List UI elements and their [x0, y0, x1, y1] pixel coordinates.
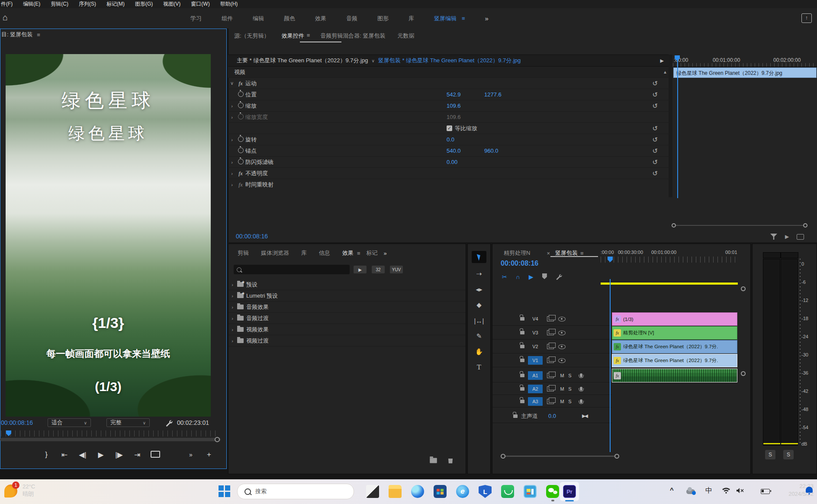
solo-button[interactable]: S [566, 373, 574, 378]
workspace-tab-color[interactable]: 颜色 [284, 15, 295, 22]
lock-icon[interactable] [520, 374, 524, 377]
effect-time-remap-row[interactable]: › fx 时间重映射 [228, 179, 670, 190]
effect-controls-hscroll[interactable] [673, 225, 806, 226]
solo-button[interactable]: S [566, 399, 574, 404]
panel-menu-icon[interactable]: ≡ [580, 250, 584, 257]
folder-lumetri-presets[interactable]: › ★ Lumetri 预设 [228, 290, 466, 302]
track-name-v2[interactable]: V2 [528, 342, 543, 351]
reset-icon[interactable]: ↺ [652, 158, 658, 166]
accelerated-effects-icon[interactable]: ▶ [354, 266, 367, 273]
razor-tool[interactable]: ◆ [472, 300, 486, 310]
effect-motion-row[interactable]: ∨ fx 运动 ↺ [228, 78, 670, 89]
chevron-down-icon[interactable]: ∨ [371, 58, 374, 63]
clip-v2[interactable]: fx 绿色星球 The Green Planet（2022）9.7分. [612, 340, 737, 353]
rotation-value[interactable]: 0.0 [447, 136, 484, 143]
clip-a1-audio[interactable]: fx [612, 369, 737, 382]
taskbar-search[interactable]: 搜索 [237, 484, 354, 499]
notification-bell-icon[interactable] [806, 487, 813, 493]
menu-file[interactable]: 件(F) [1, 0, 13, 8]
track-header-v2[interactable]: V2 [492, 340, 612, 353]
folder-audio-transitions[interactable]: › 音频过渡 [228, 313, 466, 324]
lock-icon[interactable] [520, 387, 524, 391]
folder-presets[interactable]: › ★ 预设 [228, 279, 466, 290]
workspace-menu-icon[interactable]: ≡ [462, 15, 465, 22]
reset-icon[interactable]: ↺ [652, 136, 658, 144]
tab-audio-clip-mixer[interactable]: 音频剪辑混合器: 竖屏包装 [314, 32, 391, 40]
menu-window[interactable]: 窗口(W) [191, 0, 209, 8]
screenshot-tool-icon[interactable] [524, 485, 537, 498]
twirl-icon[interactable]: › [228, 338, 236, 343]
lock-icon[interactable] [513, 414, 518, 418]
track-name-v1[interactable]: V1 [528, 356, 543, 365]
premiere-pro-icon[interactable]: Pr [563, 485, 576, 498]
stopwatch-icon[interactable] [238, 91, 244, 97]
yuv-filter-badge[interactable]: YUV [390, 266, 403, 273]
menu-graphics[interactable]: 图形(G) [135, 0, 153, 8]
twirl-icon[interactable]: › [228, 316, 236, 321]
twirl-icon[interactable]: › [228, 137, 236, 142]
twirl-icon[interactable]: › [228, 293, 236, 299]
anchor-y-value[interactable]: 960.0 [484, 148, 521, 154]
timeline-tab-fine-cut[interactable]: 精剪处理N [498, 249, 536, 257]
effect-controls-timecode[interactable]: 00:00:08:16 [236, 233, 268, 240]
tab-libraries[interactable]: 库 [295, 249, 313, 257]
panel-menu-icon[interactable]: ≡ [37, 32, 40, 38]
home-icon[interactable]: ⌂ [3, 13, 8, 22]
twirl-icon[interactable]: › [228, 282, 236, 287]
lock-icon[interactable] [520, 345, 524, 348]
source-patch-icon[interactable] [547, 358, 554, 363]
menu-help[interactable]: 帮助(H) [220, 0, 238, 8]
close-icon[interactable]: × [547, 250, 550, 257]
menu-sequence[interactable]: 序列(S) [79, 0, 96, 8]
playback-resolution-select[interactable]: 完整 ∨ [106, 418, 150, 427]
tab-media-browser[interactable]: 媒体浏览器 [255, 249, 295, 257]
effect-controls-mini-ruler[interactable]: :00:00 00:01:00:00 00:02:00:00 [673, 55, 817, 67]
antiflicker-value[interactable]: 0.00 [447, 159, 484, 165]
meter-solo-right-button[interactable]: S [783, 450, 794, 459]
go-to-in-button[interactable]: ⇤ [55, 450, 74, 459]
hscroll-right-handle[interactable] [803, 223, 807, 228]
battery-icon[interactable] [761, 489, 770, 494]
reset-icon[interactable]: ↺ [652, 91, 658, 99]
mixdown-icon[interactable]: ▶◀ [582, 413, 587, 419]
play-button[interactable]: ▶ [92, 450, 110, 459]
workspace-tab-graphics[interactable]: 图形 [377, 15, 389, 22]
program-monitor-tab[interactable]: 目: 竖屏包装 ≡ [1, 31, 40, 39]
share-export-icon[interactable]: ↑ [801, 13, 812, 23]
workspace-tab-assembly[interactable]: 组件 [222, 15, 233, 22]
step-forward-button[interactable]: |▶ [110, 450, 128, 459]
uniform-scale-row[interactable]: ✓ 等比缩放 ↺ [228, 123, 670, 134]
monitor-current-timecode[interactable]: 00:00:08:16 [0, 419, 48, 426]
ripple-edit-tool[interactable]: ◂▸ [472, 285, 486, 294]
ime-indicator[interactable]: 中 [705, 486, 712, 495]
lock-icon[interactable] [520, 331, 524, 334]
folder-audio-effects[interactable]: › 音频效果 [228, 302, 466, 313]
hand-tool[interactable]: ✋ [472, 347, 486, 356]
param-anchor-row[interactable]: 锚点 540.0 960.0 ↺ [228, 145, 670, 157]
clip-v3[interactable]: fx 精剪处理N [V] [612, 326, 737, 340]
track-visibility-eye-icon[interactable] [558, 331, 566, 335]
clip-v4[interactable]: fx (1/3) [612, 312, 737, 326]
trash-icon[interactable] [448, 458, 453, 463]
tab-source-monitor[interactable]: 源:（无剪辑） [228, 32, 276, 40]
stopwatch-icon[interactable] [238, 103, 244, 108]
panel-overflow-icon[interactable]: » [384, 250, 387, 257]
track-visibility-eye-icon[interactable] [558, 358, 566, 363]
selection-tool[interactable] [472, 251, 486, 263]
mark-out-button[interactable]: } [37, 450, 55, 459]
param-antiflicker-row[interactable]: › 防闪烁滤镜 0.00 ↺ [228, 157, 670, 168]
track-name-a1[interactable]: A1 [528, 371, 543, 380]
tab-markers[interactable]: 标记 [360, 249, 384, 257]
voiceover-mic-icon[interactable] [580, 373, 582, 377]
lock-icon[interactable] [520, 359, 524, 362]
twirl-icon[interactable]: › [228, 305, 236, 310]
source-patch-icon[interactable] [547, 399, 554, 404]
menu-clip[interactable]: 剪辑(C) [51, 0, 68, 8]
param-scale-row[interactable]: › 缩放 109.6 ↺ [228, 100, 670, 112]
solo-button[interactable]: S [566, 386, 574, 392]
timeline-timecode[interactable]: 00:00:08:16 [501, 260, 538, 267]
panel-menu-icon[interactable]: ≡ [307, 32, 310, 40]
voiceover-mic-icon[interactable] [580, 387, 582, 391]
workspace-tab-audio[interactable]: 音频 [346, 15, 357, 22]
source-patch-icon[interactable] [547, 316, 554, 321]
